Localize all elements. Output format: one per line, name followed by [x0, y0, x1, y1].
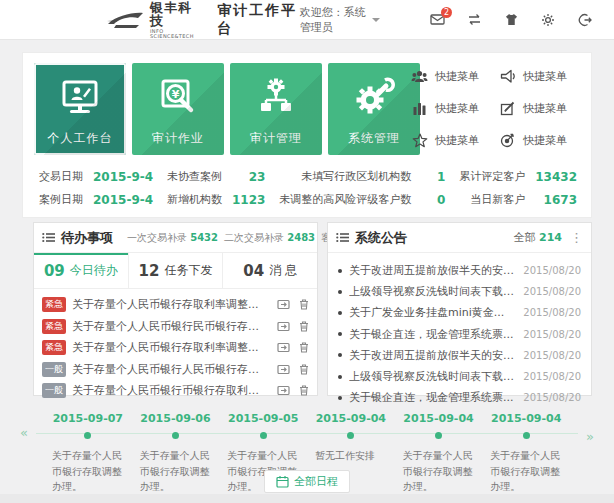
announcement-row[interactable]: 关于广发金业务挂盘mini黄金... 2015/08/20 — [338, 302, 581, 323]
tile-audit-operations[interactable]: ¥ 审计作业 — [132, 63, 224, 155]
timeline-event[interactable]: 2015-09-07 关于存量个人民币银行存取调整办理。 — [44, 404, 132, 495]
event-text: 关于存量个人民币银行存取调整办理。 — [44, 448, 132, 495]
announcement-row[interactable]: 关于改进周五提前放假半天的安排通知... 2015/08/20 — [338, 260, 581, 281]
theme-icon[interactable] — [504, 13, 519, 26]
quick-menu-label: 快捷菜单 — [435, 133, 479, 148]
view-all-link[interactable]: 全部 214 — [514, 230, 562, 245]
forward-icon[interactable] — [277, 342, 290, 353]
announcement-date: 2015/08/20 — [523, 392, 581, 403]
stat-col-pending: 未填写行政区划机构数 1 未调整的高风险评级客户数 0 — [279, 169, 445, 207]
settings-icon[interactable] — [541, 13, 555, 27]
stat-label: 新增机构数 — [167, 192, 222, 207]
quick-menu-item[interactable]: 快捷菜单 — [411, 133, 491, 148]
quick-menu-label: 快捷菜单 — [523, 133, 567, 148]
todo-tab[interactable]: 09 今日待办 — [34, 253, 128, 288]
stat-value: 1 — [421, 170, 445, 184]
trash-icon[interactable] — [299, 385, 309, 396]
all-schedule-button[interactable]: 全部日程 — [264, 470, 350, 493]
todo-tab[interactable]: 12 任务下发 — [128, 253, 223, 288]
todo-row[interactable]: 紧急 关于存量个人民币银行存取利率调整... — [42, 337, 309, 359]
logo-name-en: INFO SCIENCE&TECH — [150, 29, 201, 39]
logout-icon[interactable] — [577, 13, 592, 27]
event-text: 暂无工作安排 — [307, 448, 395, 464]
bullet-icon — [338, 290, 342, 294]
tab-count: 12 — [139, 262, 160, 280]
event-dot-icon — [172, 432, 179, 439]
timeline-prev-icon[interactable]: « — [20, 425, 28, 440]
todo-text: 关于存量个人民币银行币银行存取利率调整... — [72, 383, 268, 398]
quick-menu-item[interactable]: 快捷菜单 — [499, 133, 579, 148]
forward-icon[interactable] — [277, 299, 290, 310]
timeline-event[interactable]: 2015-09-04 关于存量个人民币银行存取调整办理。 — [482, 404, 570, 495]
trash-icon[interactable] — [299, 299, 309, 310]
announcements-list: 关于改进周五提前放假半天的安排通知... 2015/08/20 上级领导视察反洗… — [328, 253, 591, 408]
message-icon[interactable]: 2 — [430, 13, 445, 26]
timeline-next-icon[interactable]: » — [586, 429, 594, 444]
bottom-strip — [0, 494, 614, 503]
announcement-row[interactable]: 关于改进周五提前放假半天的安排通知... 2015/08/20 — [338, 345, 581, 366]
quick-menu-item[interactable]: 快捷菜单 — [411, 101, 491, 116]
audit-gear-org-icon — [230, 76, 322, 120]
announcement-text: 关于改进周五提前放假半天的安排通知... — [349, 263, 515, 278]
timeline-event[interactable]: 2015-09-06 关于存量个人民币银行存取调整办理。 — [132, 404, 220, 495]
todo-panel: 待办事项 一次交易补录 5432 二次交易补录 2483 客户信息补录 86 ⋮… — [33, 222, 318, 396]
todo-text: 关于存量个人民币银行存取利率调整... — [72, 297, 268, 312]
tile-label: 系统管理 — [328, 130, 420, 147]
announcement-date: 2015/08/20 — [523, 286, 581, 297]
announcement-date: 2015/08/20 — [523, 371, 581, 382]
todo-tab[interactable]: 04 消 息 — [222, 253, 317, 288]
audit-magnifier-icon: ¥ — [132, 76, 224, 120]
timeline-event[interactable]: 2015-09-04 关于存量个人民币银行存取调整办理。 — [395, 404, 483, 495]
stat-label: 交易日期 — [39, 169, 83, 184]
all-schedule-label: 全部日程 — [294, 474, 338, 489]
counter-second-entry[interactable]: 二次交易补录 2483 — [224, 231, 315, 245]
bullet-icon — [338, 353, 342, 357]
announcement-date: 2015/08/20 — [523, 350, 581, 361]
event-date: 2015-09-04 — [482, 404, 570, 425]
trash-icon[interactable] — [299, 364, 309, 375]
todo-row[interactable]: 紧急 关于存量个人人民币银行民币银行存取利率调整... — [42, 316, 309, 338]
todo-row[interactable]: 一般 关于存量个人民币银行币银行存取利率调整... — [42, 380, 309, 402]
chevron-down-icon[interactable] — [372, 18, 380, 22]
tile-personal-workbench[interactable]: 个人工作台 — [34, 63, 126, 155]
announcement-row[interactable]: 上级领导视察反洗钱时间表下载链接... 2015/08/20 — [338, 366, 581, 387]
event-date: 2015-09-06 — [132, 404, 220, 425]
schedule-timeline: « » 2015-09-07 关于存量个人民币银行存取调整办理。 2015-09… — [20, 404, 594, 466]
welcome-user-label[interactable]: 欢迎您：系统管理员 — [300, 5, 366, 35]
quick-menu-label: 快捷菜单 — [523, 101, 567, 116]
stat-col-cases: 未协查案例 23 新增机构数 1123 — [167, 169, 265, 207]
edit-icon — [499, 101, 516, 116]
stat-label: 当日新客户 — [459, 192, 525, 207]
group-icon — [411, 69, 428, 84]
overview-card: 个人工作台 ¥ 审计作业 — [22, 52, 592, 218]
forward-icon[interactable] — [277, 385, 290, 396]
quick-menu-item[interactable]: 快捷菜单 — [499, 101, 579, 116]
announcement-row[interactable]: 上级领导视察反洗钱时间表下载链接... 2015/08/20 — [338, 281, 581, 302]
audit-dashboard-page: 银丰科技 INFO SCIENCE&TECH 审计工作平台 欢迎您：系统管理员 … — [0, 0, 614, 503]
announcement-row[interactable]: 关于银企直连，现金管理系统票... 2015/08/20 — [338, 324, 581, 345]
stat-label: 未填写行政区划机构数 — [279, 169, 411, 184]
quick-menu-item[interactable]: 快捷菜单 — [411, 69, 491, 84]
tile-audit-management[interactable]: 审计管理 — [230, 63, 322, 155]
stat-value: 2015-9-4 — [93, 170, 153, 184]
quick-menu-item[interactable]: 快捷菜单 — [499, 69, 579, 84]
trash-icon[interactable] — [299, 342, 309, 353]
counter-first-entry[interactable]: 一次交易补录 5432 — [127, 231, 218, 245]
priority-badge: 紧急 — [42, 340, 66, 355]
trash-icon[interactable] — [299, 321, 309, 332]
target-icon — [499, 133, 516, 148]
forward-icon[interactable] — [277, 364, 290, 375]
forward-icon[interactable] — [277, 321, 290, 332]
todo-row[interactable]: 一般 关于存量个人民币银行人民币银行存取利率调整... — [42, 359, 309, 381]
todo-row[interactable]: 紧急 关于存量个人民币银行存取利率调整... — [42, 294, 309, 316]
stat-label: 未调整的高风险评级客户数 — [279, 192, 411, 207]
quick-menu: 快捷菜单 快捷菜单 快 — [411, 69, 579, 148]
stat-value: 1123 — [232, 193, 265, 207]
stats-row: 交易日期 2015-9-4 案例日期 2015-9-4 未协查案例 23 新增机… — [39, 169, 577, 207]
priority-badge: 紧急 — [42, 319, 66, 334]
swap-icon[interactable] — [467, 13, 482, 26]
more-menu-icon[interactable]: ⋮ — [570, 231, 583, 244]
tab-label: 消 息 — [269, 262, 297, 279]
announcement-text: 上级领导视察反洗钱时间表下载链接... — [349, 369, 515, 384]
tile-system-management[interactable]: 系统管理 — [328, 63, 420, 155]
